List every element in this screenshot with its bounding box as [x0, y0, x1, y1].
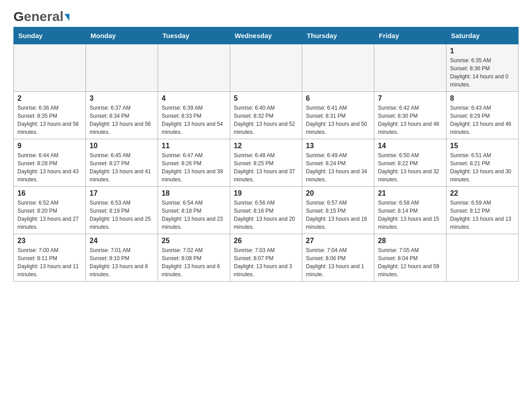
day-number: 6: [306, 94, 370, 103]
day-number: 19: [234, 189, 298, 197]
calendar-week-0: 1Sunrise: 6:35 AMSunset: 8:36 PMDaylight…: [14, 44, 519, 92]
calendar-cell: 23Sunrise: 7:00 AMSunset: 8:11 PMDayligh…: [14, 234, 86, 282]
calendar-week-3: 16Sunrise: 6:52 AMSunset: 8:20 PMDayligh…: [14, 187, 519, 234]
calendar-cell: 20Sunrise: 6:57 AMSunset: 8:15 PMDayligh…: [302, 187, 374, 234]
calendar-cell: 24Sunrise: 7:01 AMSunset: 8:10 PMDayligh…: [86, 234, 158, 282]
sun-info: Sunrise: 6:56 AMSunset: 8:16 PMDaylight:…: [234, 199, 298, 231]
weekday-header-monday: Monday: [86, 27, 158, 44]
sun-info: Sunrise: 6:44 AMSunset: 8:28 PMDaylight:…: [17, 151, 82, 184]
day-number: 22: [450, 189, 515, 197]
sun-info: Sunrise: 6:59 AMSunset: 8:12 PMDaylight:…: [450, 199, 515, 231]
calendar-cell: 8Sunrise: 6:43 AMSunset: 8:29 PMDaylight…: [446, 92, 519, 139]
day-number: 1: [450, 47, 515, 55]
sun-info: Sunrise: 7:05 AMSunset: 8:04 PMDaylight:…: [378, 246, 442, 278]
calendar-cell: 4Sunrise: 6:39 AMSunset: 8:33 PMDaylight…: [158, 92, 230, 139]
calendar-cell: [374, 44, 446, 92]
sun-info: Sunrise: 7:00 AMSunset: 8:11 PMDaylight:…: [17, 246, 82, 278]
sun-info: Sunrise: 6:37 AMSunset: 8:34 PMDaylight:…: [90, 104, 154, 136]
calendar-cell: 16Sunrise: 6:52 AMSunset: 8:20 PMDayligh…: [14, 187, 86, 234]
sun-info: Sunrise: 6:41 AMSunset: 8:31 PMDaylight:…: [306, 104, 370, 136]
calendar-cell: 13Sunrise: 6:49 AMSunset: 8:24 PMDayligh…: [302, 139, 374, 187]
calendar-cell: 22Sunrise: 6:59 AMSunset: 8:12 PMDayligh…: [446, 187, 519, 234]
sun-info: Sunrise: 6:54 AMSunset: 8:18 PMDaylight:…: [162, 199, 226, 231]
weekday-header-row: SundayMondayTuesdayWednesdayThursdayFrid…: [14, 27, 519, 44]
calendar-cell: 14Sunrise: 6:50 AMSunset: 8:22 PMDayligh…: [374, 139, 446, 187]
day-number: 10: [90, 142, 154, 150]
day-number: 12: [234, 142, 298, 150]
calendar-week-1: 2Sunrise: 6:36 AMSunset: 8:35 PMDaylight…: [14, 92, 519, 139]
sun-info: Sunrise: 6:57 AMSunset: 8:15 PMDaylight:…: [306, 199, 370, 231]
calendar-cell: [158, 44, 230, 92]
weekday-header-tuesday: Tuesday: [158, 27, 230, 44]
sun-info: Sunrise: 6:50 AMSunset: 8:22 PMDaylight:…: [378, 151, 442, 184]
day-number: 9: [17, 142, 82, 150]
day-number: 8: [450, 94, 515, 103]
weekday-header-saturday: Saturday: [446, 27, 519, 44]
calendar-cell: 1Sunrise: 6:35 AMSunset: 8:36 PMDaylight…: [446, 44, 519, 92]
day-number: 13: [306, 142, 370, 150]
logo: G eneral: [13, 9, 69, 22]
day-number: 20: [306, 189, 370, 197]
calendar-cell: 2Sunrise: 6:36 AMSunset: 8:35 PMDaylight…: [14, 92, 86, 139]
calendar-cell: 6Sunrise: 6:41 AMSunset: 8:31 PMDaylight…: [302, 92, 374, 139]
calendar-cell: 15Sunrise: 6:51 AMSunset: 8:21 PMDayligh…: [446, 139, 519, 187]
sun-info: Sunrise: 6:51 AMSunset: 8:21 PMDaylight:…: [450, 151, 515, 184]
calendar-cell: [14, 44, 86, 92]
day-number: 11: [162, 142, 226, 150]
sun-info: Sunrise: 6:53 AMSunset: 8:19 PMDaylight:…: [90, 199, 154, 231]
weekday-header-sunday: Sunday: [14, 27, 86, 44]
calendar-week-4: 23Sunrise: 7:00 AMSunset: 8:11 PMDayligh…: [14, 234, 519, 282]
calendar-cell: 9Sunrise: 6:44 AMSunset: 8:28 PMDaylight…: [14, 139, 86, 187]
day-number: 4: [162, 94, 226, 103]
day-number: 26: [234, 237, 298, 245]
sun-info: Sunrise: 6:39 AMSunset: 8:33 PMDaylight:…: [162, 104, 226, 136]
sun-info: Sunrise: 6:47 AMSunset: 8:26 PMDaylight:…: [162, 151, 226, 184]
weekday-header-wednesday: Wednesday: [230, 27, 302, 44]
logo-eneral: eneral: [24, 9, 63, 24]
day-number: 28: [378, 237, 442, 245]
day-number: 2: [17, 94, 82, 103]
sun-info: Sunrise: 6:48 AMSunset: 8:25 PMDaylight:…: [234, 151, 298, 184]
day-number: 5: [234, 94, 298, 103]
logo-g: G: [13, 9, 24, 24]
day-number: 25: [162, 237, 226, 245]
day-number: 27: [306, 237, 370, 245]
sun-info: Sunrise: 7:03 AMSunset: 8:07 PMDaylight:…: [234, 246, 298, 278]
day-number: 24: [90, 237, 154, 245]
sun-info: Sunrise: 6:35 AMSunset: 8:36 PMDaylight:…: [450, 56, 515, 89]
calendar-cell: [230, 44, 302, 92]
day-number: 16: [17, 189, 82, 197]
day-number: 21: [378, 189, 442, 197]
calendar-body: 1Sunrise: 6:35 AMSunset: 8:36 PMDaylight…: [14, 44, 519, 282]
day-number: 15: [450, 142, 515, 150]
sun-info: Sunrise: 7:01 AMSunset: 8:10 PMDaylight:…: [90, 246, 154, 278]
sun-info: Sunrise: 6:58 AMSunset: 8:14 PMDaylight:…: [378, 199, 442, 231]
calendar-cell: 5Sunrise: 6:40 AMSunset: 8:32 PMDaylight…: [230, 92, 302, 139]
calendar-cell: 25Sunrise: 7:02 AMSunset: 8:08 PMDayligh…: [158, 234, 230, 282]
calendar-cell: 21Sunrise: 6:58 AMSunset: 8:14 PMDayligh…: [374, 187, 446, 234]
calendar-cell: [86, 44, 158, 92]
calendar-cell: 26Sunrise: 7:03 AMSunset: 8:07 PMDayligh…: [230, 234, 302, 282]
day-number: 7: [378, 94, 442, 103]
calendar-table: SundayMondayTuesdayWednesdayThursdayFrid…: [13, 27, 519, 282]
day-number: 14: [378, 142, 442, 150]
day-number: 18: [162, 189, 226, 197]
day-number: 17: [90, 189, 154, 197]
sun-info: Sunrise: 6:40 AMSunset: 8:32 PMDaylight:…: [234, 104, 298, 136]
weekday-header-friday: Friday: [374, 27, 446, 44]
calendar-cell: 17Sunrise: 6:53 AMSunset: 8:19 PMDayligh…: [86, 187, 158, 234]
sun-info: Sunrise: 6:52 AMSunset: 8:20 PMDaylight:…: [17, 199, 82, 231]
calendar-week-2: 9Sunrise: 6:44 AMSunset: 8:28 PMDaylight…: [14, 139, 519, 187]
sun-info: Sunrise: 7:02 AMSunset: 8:08 PMDaylight:…: [162, 246, 226, 278]
calendar-cell: 7Sunrise: 6:42 AMSunset: 8:30 PMDaylight…: [374, 92, 446, 139]
calendar-cell: 12Sunrise: 6:48 AMSunset: 8:25 PMDayligh…: [230, 139, 302, 187]
calendar-cell: 27Sunrise: 7:04 AMSunset: 8:06 PMDayligh…: [302, 234, 374, 282]
day-number: 23: [17, 237, 82, 245]
page-header: G eneral: [13, 9, 519, 22]
sun-info: Sunrise: 6:42 AMSunset: 8:30 PMDaylight:…: [378, 104, 442, 136]
sun-info: Sunrise: 7:04 AMSunset: 8:06 PMDaylight:…: [306, 246, 370, 278]
sun-info: Sunrise: 6:49 AMSunset: 8:24 PMDaylight:…: [306, 151, 370, 184]
sun-info: Sunrise: 6:43 AMSunset: 8:29 PMDaylight:…: [450, 104, 515, 136]
calendar-cell: 10Sunrise: 6:45 AMSunset: 8:27 PMDayligh…: [86, 139, 158, 187]
sun-info: Sunrise: 6:36 AMSunset: 8:35 PMDaylight:…: [17, 104, 82, 136]
